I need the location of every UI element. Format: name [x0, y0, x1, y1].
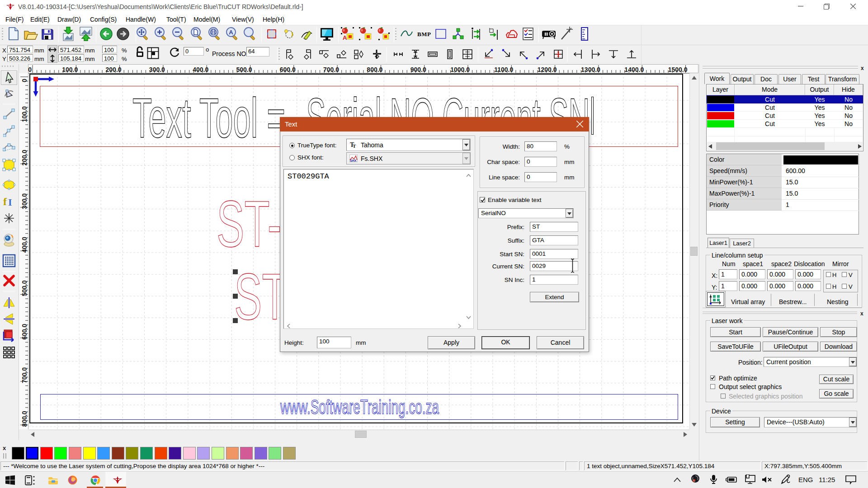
svg-text:700.0: 700.0 [323, 66, 339, 73]
svg-text:700.0: 700.0 [21, 367, 28, 383]
svg-text:200.0: 200.0 [106, 66, 122, 73]
svg-text:T: T [353, 143, 356, 148]
svg-text:1500.0: 1500.0 [668, 66, 688, 73]
svg-text:1200.0: 1200.0 [538, 66, 557, 73]
svg-text:1100.0: 1100.0 [494, 66, 513, 73]
svg-text:SHX: SHX [350, 159, 357, 162]
svg-text:100.0: 100.0 [62, 66, 78, 73]
svg-text:1000.0: 1000.0 [450, 66, 470, 73]
svg-text:500.0: 500.0 [21, 280, 28, 296]
svg-text:600.0: 600.0 [280, 66, 296, 73]
svg-text:800.0: 800.0 [21, 411, 28, 427]
svg-text:900.0: 900.0 [410, 66, 426, 73]
svg-text:200.0: 200.0 [21, 150, 28, 165]
svg-text:0: 0 [28, 66, 32, 73]
svg-text:0: 0 [21, 79, 28, 82]
svg-text:400.0: 400.0 [193, 66, 208, 73]
svg-text:100.0: 100.0 [21, 106, 28, 122]
svg-text:1400.0: 1400.0 [624, 66, 644, 73]
svg-text:A: A [229, 29, 233, 36]
svg-text:300.0: 300.0 [21, 193, 28, 209]
svg-text:800.0: 800.0 [367, 66, 382, 73]
svg-text:1300.0: 1300.0 [581, 66, 600, 73]
svg-text:I: I [8, 197, 12, 208]
svg-text:600.0: 600.0 [21, 324, 28, 340]
svg-text:500.0: 500.0 [236, 66, 252, 73]
svg-text:400.0: 400.0 [21, 237, 28, 253]
svg-text:f: f [3, 196, 7, 207]
svg-text:300.0: 300.0 [149, 66, 165, 73]
